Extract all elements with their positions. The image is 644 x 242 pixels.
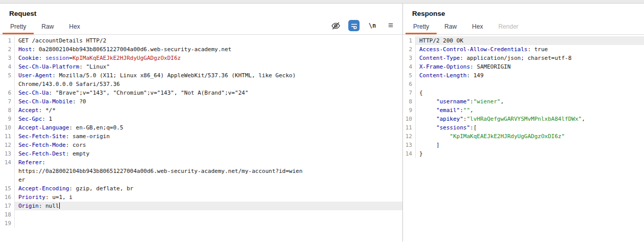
response-editor[interactable]: 1HTTP/2 200 OK2Access-Control-Allow-Cred…	[403, 35, 644, 241]
code-line: 7{	[403, 89, 644, 97]
tab-hex[interactable]: Hex	[464, 20, 490, 34]
editor-menu-button[interactable]: ≡	[385, 20, 396, 31]
line-number: 9	[0, 115, 15, 123]
code-line-text[interactable]: Content-Length: 149	[416, 71, 644, 80]
code-line-text[interactable]	[416, 80, 644, 89]
request-editor[interactable]: 1GET /accountDetails HTTP/22Host: 0a2800…	[0, 35, 402, 241]
code-line: 9 "email":"",	[403, 106, 644, 115]
code-line-text[interactable]: Referer:	[15, 158, 402, 167]
code-line-text[interactable]: Chrome/143.0.0.0 Safari/537.36	[15, 80, 402, 89]
code-line-text[interactable]: Sec-Fetch-Dest: empty	[15, 149, 402, 158]
code-line-text[interactable]: Host: 0a28002104bb943b80651227004a00d6.w…	[15, 45, 402, 54]
code-line: https://0a28002104bb943b80651227004a00d6…	[0, 167, 402, 175]
code-line-text[interactable]: Sec-Fetch-Site: same-origin	[15, 132, 402, 141]
line-number: 2	[0, 45, 15, 54]
code-line: 9Sec-Gpc: 1	[0, 115, 402, 123]
code-line-text[interactable]: ]	[416, 141, 644, 149]
code-line: 2Access-Control-Allow-Credentials: true	[403, 45, 644, 54]
line-number	[0, 175, 15, 184]
code-line-text[interactable]: "username":"wiener",	[416, 97, 644, 106]
line-number: 7	[0, 97, 15, 106]
code-line-text[interactable]: Sec-Ch-Ua-Platform: "Linux"	[15, 62, 402, 71]
tab-raw[interactable]: Raw	[437, 20, 464, 34]
code-line-text[interactable]: Origin: null	[15, 202, 402, 210]
code-line-text[interactable]: Sec-Gpc: 1	[15, 115, 402, 123]
code-line: Chrome/143.0.0.0 Safari/537.36	[0, 80, 402, 89]
code-line-text[interactable]: "KpIMaKqEAEJkE2HJRdyUgGADgzOxDI6z"	[416, 132, 644, 141]
code-line: 5User-Agent: Mozilla/5.0 (X11; Linux x86…	[0, 71, 402, 80]
code-line-text[interactable]: Sec-Ch-Ua: "Brave";v="143", "Chromium";v…	[15, 89, 402, 97]
code-line-text[interactable]: Priority: u=1, i	[15, 193, 402, 202]
code-line-text[interactable]: Sec-Ch-Ua-Mobile: ?0	[15, 97, 402, 106]
line-number: 11	[403, 123, 416, 132]
code-line: 8 "username":"wiener",	[403, 97, 644, 106]
line-number: 8	[0, 106, 15, 115]
top-divider-strip	[0, 0, 644, 4]
line-number: 16	[0, 193, 15, 202]
request-editor-toolbar: \n ≡	[330, 20, 396, 34]
code-line-text[interactable]: Access-Control-Allow-Credentials: true	[416, 45, 644, 54]
code-line: 3Content-Type: application/json; charset…	[403, 54, 644, 62]
code-line-text[interactable]: Sec-Fetch-Mode: cors	[15, 141, 402, 149]
show-newlines-button[interactable]: \n	[367, 20, 378, 31]
code-line-text[interactable]	[15, 219, 402, 228]
code-line: 17Origin: null	[0, 202, 402, 210]
line-number: 13	[403, 141, 416, 149]
line-number: 5	[0, 71, 15, 80]
code-line-text[interactable]: HTTP/2 200 OK	[416, 36, 644, 45]
code-line-text[interactable]: }	[416, 149, 644, 158]
newline-icon: \n	[369, 22, 376, 29]
code-line: 6	[403, 80, 644, 89]
code-line-text[interactable]: X-Frame-Options: SAMEORIGIN	[416, 62, 644, 71]
tab-raw[interactable]: Raw	[34, 20, 61, 34]
code-line-text[interactable]: Accept-Encoding: gzip, deflate, br	[15, 184, 402, 193]
code-line-text[interactable]: {	[416, 89, 644, 97]
code-line: 10Accept-Language: en-GB,en;q=0.5	[0, 123, 402, 132]
code-line-text[interactable]: https://0a28002104bb943b80651227004a00d6…	[15, 167, 402, 175]
code-line-text[interactable]: "sessions":[	[416, 123, 644, 132]
code-line: 14}	[403, 149, 644, 158]
tab-pretty[interactable]: Pretty	[406, 20, 437, 34]
tab-hex[interactable]: Hex	[61, 20, 87, 34]
request-tabs: PrettyRawHex	[3, 20, 88, 34]
response-tabbar: PrettyRawHexRender	[403, 19, 644, 35]
code-line-text[interactable]: er	[15, 175, 402, 184]
code-line: 15Accept-Encoding: gzip, deflate, br	[0, 184, 402, 193]
code-line-text[interactable]: Cookie: session=KpIMaKqEAEJkE2HJRdyUgGAD…	[15, 54, 402, 62]
word-wrap-toggle-button[interactable]	[348, 20, 360, 31]
line-number: 15	[0, 184, 15, 193]
code-line-text[interactable]: User-Agent: Mozilla/5.0 (X11; Linux x86_…	[15, 71, 402, 80]
code-line: 2Host: 0a28002104bb943b80651227004a00d6.…	[0, 45, 402, 54]
hide-nonprintable-button[interactable]	[330, 20, 341, 31]
request-tabbar: PrettyRawHex	[0, 19, 402, 35]
code-line-text[interactable]: Content-Type: application/json; charset=…	[416, 54, 644, 62]
line-number: 1	[403, 36, 416, 45]
line-number: 10	[0, 123, 15, 132]
code-line: 18	[0, 210, 402, 219]
line-number: 12	[0, 141, 15, 149]
code-line-text[interactable]: "apikey":"lvHRaQefgwGARVYSMvMPnlxbA84lfD…	[416, 115, 644, 123]
code-line: 5Content-Length: 149	[403, 71, 644, 80]
tab-render: Render	[491, 20, 526, 34]
code-line: 12Sec-Fetch-Mode: cors	[0, 141, 402, 149]
line-number: 4	[403, 62, 416, 71]
request-panel: Request PrettyRawHex	[0, 4, 402, 241]
code-line-text[interactable]: "email":"",	[416, 106, 644, 115]
code-line-text[interactable]: GET /accountDetails HTTP/2	[15, 36, 402, 45]
code-line-text[interactable]	[15, 210, 402, 219]
tab-pretty[interactable]: Pretty	[3, 20, 34, 34]
text-cursor	[59, 203, 60, 209]
code-line: 8Accept: */*	[0, 106, 402, 115]
code-line-text[interactable]: Accept: */*	[15, 106, 402, 115]
code-line: 4X-Frame-Options: SAMEORIGIN	[403, 62, 644, 71]
code-line-text[interactable]: Accept-Language: en-GB,en;q=0.5	[15, 123, 402, 132]
line-number: 12	[403, 132, 416, 141]
line-number: 14	[403, 149, 416, 158]
code-line: 3Cookie: session=KpIMaKqEAEJkE2HJRdyUgGA…	[0, 54, 402, 62]
code-line: 1HTTP/2 200 OK	[403, 36, 644, 45]
line-number	[0, 80, 15, 89]
eye-slash-icon	[331, 21, 341, 31]
code-line: 13 ]	[403, 141, 644, 149]
code-line: 11 "sessions":[	[403, 123, 644, 132]
line-number: 10	[403, 115, 416, 123]
